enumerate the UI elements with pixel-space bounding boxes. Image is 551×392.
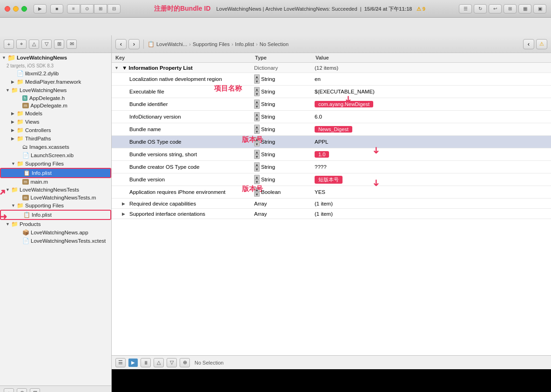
sidebar-label-lwn: LoveWatchingNews	[20, 87, 67, 93]
type-stepper-loc[interactable]: ▲ ▼	[254, 74, 260, 84]
sidebar-label-views: Views	[25, 119, 39, 125]
sidebar-item-supporting-1[interactable]: ▼ 📁 Supporting Files	[0, 159, 111, 168]
sidebar-item-info-plist-1[interactable]: 📋 Info.plist	[0, 168, 111, 178]
run-button[interactable]: ▶	[34, 4, 47, 13]
layout-btn-3[interactable]: ⊞	[94, 4, 107, 13]
plist-value-bundle-os: APPL	[315, 139, 548, 145]
type-stepper-bv[interactable]: ▲ ▼	[254, 175, 260, 184]
sidebar-item-thirdpaths[interactable]: ▶ 📁 ThirdPaths	[0, 134, 111, 143]
nav-right-btn-1[interactable]: ‹	[523, 39, 534, 49]
sidebar-item-products[interactable]: ▼ 📁 Products	[0, 220, 111, 228]
breadcrumb-3[interactable]: Info.plist	[235, 41, 254, 47]
warning-btn[interactable]: ⊞	[30, 388, 40, 392]
breadcrumb: LoveWatchi... › Supporting Files › Info.…	[156, 41, 289, 47]
plist-row-orientations[interactable]: ▶ Supported interface orientations Array…	[112, 209, 551, 219]
sidebar-item-lwntest-m[interactable]: m LoveWatchingNewsTests.m	[0, 194, 111, 201]
content-nav: ‹ › 📋 LoveWatchi... › Supporting Files ›…	[112, 35, 551, 53]
views-icon: 📁	[17, 119, 24, 125]
bottom-btn-6[interactable]: ⊕	[180, 358, 190, 367]
m-icon: m	[22, 103, 29, 108]
sidebar-item-main-m[interactable]: m main.m	[0, 178, 111, 186]
plist-row-bundle-name[interactable]: Bundle name ▲ ▼ String News_Digest	[112, 123, 551, 136]
view-toggle-5[interactable]: ▦	[518, 4, 531, 13]
plist-row-req-iphone[interactable]: Application requires iPhone environment …	[112, 186, 551, 199]
sidebar-btn-6[interactable]: ✉	[67, 40, 77, 49]
type-stepper-bname[interactable]: ▲ ▼	[254, 125, 260, 134]
plist-icon-1: 📋	[23, 170, 30, 176]
sidebar-item-info-plist-2[interactable]: 📋 Info.plist	[0, 210, 111, 220]
sidebar-item-lwntest-group[interactable]: ▼ 📁 LoveWatchingNewsTests	[0, 186, 111, 194]
models-icon: 📁	[17, 110, 24, 117]
type-stepper-bvs[interactable]: ▲ ▼	[254, 150, 260, 159]
nav-back-btn[interactable]: ‹	[115, 39, 127, 49]
plist-type-bundle-os: ▲ ▼ String	[254, 137, 315, 146]
sidebar-item-appdelegate-m[interactable]: m AppDelegate.m	[0, 102, 111, 109]
plist-row-infodict[interactable]: InfoDictionary version ▲ ▼ String 6.0	[112, 111, 551, 123]
archive-status: LoveWatchingNews | Archive LoveWatchingN…	[216, 6, 357, 12]
bottom-btn-3[interactable]: ⏸	[141, 358, 151, 367]
plist-row-root[interactable]: ▼ ▼ Information Property List Dictionary…	[112, 63, 551, 73]
bottom-btn-1[interactable]: ☰	[115, 358, 126, 367]
sidebar-label-supporting-2: Supporting Files	[25, 203, 64, 208]
add-file-btn[interactable]: +	[4, 388, 14, 392]
plist-row-bundle-creator[interactable]: Bundle creator OS Type code ▲ ▼ String ?…	[112, 161, 551, 173]
view-toggle-6[interactable]: ▣	[533, 4, 546, 13]
type-stepper-infodict[interactable]: ▲ ▼	[254, 112, 260, 121]
sidebar-btn-3[interactable]: △	[29, 40, 39, 49]
type-stepper-ri[interactable]: ▲ ▼	[254, 187, 260, 197]
sidebar-project-root[interactable]: ▼ 📁 LoveWatchingNews	[0, 53, 111, 62]
sidebar-item-controllers[interactable]: ▶ 📁 Controllers	[0, 126, 111, 134]
view-toggle-1[interactable]: ☰	[459, 4, 472, 13]
bottom-btn-5[interactable]: ▽	[167, 358, 177, 367]
layout-btn-1[interactable]: ≡	[67, 4, 80, 13]
type-stepper-bos[interactable]: ▲ ▼	[254, 137, 260, 146]
plist-row-executable[interactable]: Executable file ▲ ▼ String $(EXECUTABLE_…	[112, 86, 551, 98]
plist-row-bundle-ver-short[interactable]: Bundle versions string, short ▲ ▼ String…	[112, 148, 551, 161]
type-stepper-bc[interactable]: ▲ ▼	[254, 162, 260, 172]
plist-type-bundle-version: ▲ ▼ String	[254, 175, 315, 184]
sidebar-item-models[interactable]: ▶ 📁 Models	[0, 109, 111, 118]
stop-button[interactable]: ■	[50, 4, 63, 13]
layout-btn-4[interactable]: ⊟	[108, 4, 121, 13]
plist-key-bundle-os: Bundle OS Type code	[114, 139, 254, 145]
sidebar-item-views[interactable]: ▶ 📁 Views	[0, 118, 111, 126]
sidebar-btn-2[interactable]: ⌖	[16, 40, 27, 49]
type-stepper-exec[interactable]: ▲ ▼	[254, 87, 260, 96]
sidebar-item-appdelegate-h[interactable]: h AppDelegate.h	[0, 94, 111, 102]
view-toggle-3[interactable]: ↩	[489, 4, 502, 13]
bundle-ver-short-value: 1.0	[315, 151, 329, 158]
plist-row-bundle-version[interactable]: Bundle version ▲ ▼ String 短版本号 版本号 ➜	[112, 173, 551, 186]
sidebar-item-xctest[interactable]: 📄 LoveWatchingNewsTests.xctest	[0, 237, 111, 245]
view-toggle-4[interactable]: ⊞	[504, 4, 517, 13]
plist-type-bundle-ver-short: ▲ ▼ String	[254, 150, 315, 159]
nav-forward-btn[interactable]: ›	[128, 39, 140, 49]
layout-btn-2[interactable]: ⊙	[81, 4, 94, 13]
minimize-button[interactable]	[13, 6, 19, 12]
sidebar-label-appdelegate-h: AppDelegate.h	[29, 95, 65, 101]
sidebar-item-mediaplayer[interactable]: ▶ 📁 MediaPlayer.framework	[0, 78, 111, 86]
breadcrumb-2[interactable]: Supporting Files	[193, 41, 230, 47]
bottom-btn-2[interactable]: ▶	[128, 359, 138, 367]
plist-row-localization[interactable]: Localization native development region ▲…	[112, 73, 551, 86]
sidebar-btn-5[interactable]: ⊞	[54, 40, 64, 49]
sidebar-item-app[interactable]: 📦 LoveWatchingNews.app	[0, 228, 111, 237]
close-button[interactable]	[5, 6, 10, 12]
sidebar-item-supporting-2[interactable]: ▼ 📁 Supporting Files	[0, 201, 111, 210]
plist-row-req-capabilities[interactable]: ▶ Required device capabilities Array (1 …	[112, 199, 551, 209]
nav-warning-btn[interactable]: ⚠	[536, 39, 547, 49]
sidebar-btn-1[interactable]: +	[4, 40, 14, 49]
sidebar-item-images[interactable]: 🗂 Images.xcassets	[0, 143, 111, 151]
sidebar-item-lwn-group[interactable]: ▼ 📁 LoveWatchingNews	[0, 86, 111, 94]
view-toggle-2[interactable]: ↻	[474, 4, 487, 13]
sidebar-item-launchscreen[interactable]: 📄 LaunchScreen.xib	[0, 151, 111, 159]
sidebar-btn-4[interactable]: ▽	[41, 40, 52, 49]
filter-btn[interactable]: ⊙	[17, 388, 27, 392]
maximize-button[interactable]	[21, 6, 27, 12]
breadcrumb-1[interactable]: LoveWatchi...	[156, 41, 187, 47]
plist-row-bundle-os[interactable]: Bundle OS Type code ▲ ▼ String APPL	[112, 136, 551, 148]
sidebar-item-libxml2[interactable]: 📄 libxml2.2.dylib	[0, 69, 111, 78]
bottom-btn-4[interactable]: △	[154, 358, 164, 367]
sidebar-label-xctest: LoveWatchingNewsTests.xctest	[31, 238, 106, 244]
type-stepper-bid[interactable]: ▲ ▼	[254, 100, 260, 109]
plist-row-bundle-id[interactable]: Bundle identifier ▲ ▼ String com.ayang.N…	[112, 98, 551, 111]
